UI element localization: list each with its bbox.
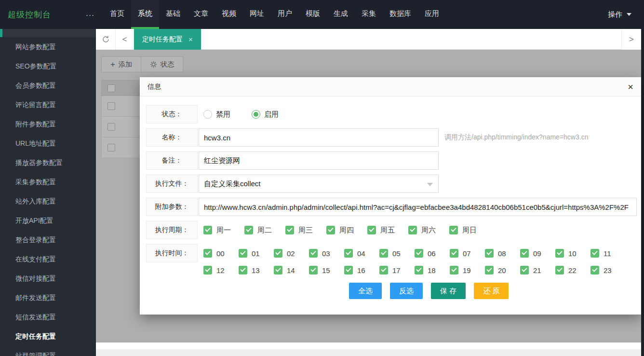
hour-checkbox[interactable]: 21 [520,266,555,274]
sidebar-item[interactable]: 网站参数配置 [0,37,96,56]
field-label-name: 名称： [146,128,198,147]
sidebar-item[interactable]: 短信发送配置 [0,307,96,327]
checkbox-checked-icon [485,249,494,258]
tab-label: 定时任务配置 [142,35,183,44]
hour-checkbox[interactable]: 13 [239,266,274,274]
hour-checkbox[interactable]: 18 [415,266,450,274]
hour-checkbox[interactable]: 00 [203,249,239,258]
hour-checkbox[interactable]: 14 [274,266,309,274]
sidebar-item[interactable]: SEO参数配置 [0,56,96,76]
radio-option[interactable]: 禁用 [203,110,230,119]
nav-more-dots-icon[interactable]: ··· [86,11,94,19]
top-nav-item[interactable]: 用户 [271,0,299,29]
hour-checkbox[interactable]: 20 [485,266,520,274]
weekday-checkbox[interactable]: 周六 [408,226,449,235]
sidebar-item[interactable]: 采集参数配置 [0,172,96,192]
sidebar-item[interactable]: 评论留言配置 [0,95,96,114]
hour-checkbox[interactable]: 08 [485,249,520,258]
exec-file-row: 执行文件： 自定义采集collect [146,175,641,193]
hour-checkbox[interactable]: 01 [239,249,274,258]
tab-scroll-left-button[interactable]: < [116,29,134,50]
top-nav-item[interactable]: 数据库 [383,0,418,29]
checkbox-checked-icon [408,226,417,234]
refresh-button[interactable] [96,29,116,50]
close-icon[interactable]: × [628,82,633,92]
sidebar-item[interactable]: 邮件发送配置 [0,288,96,307]
top-nav-item[interactable]: 生成 [327,0,355,29]
top-nav-item[interactable]: 网址 [243,0,271,29]
top-nav-item[interactable]: 首页 [103,0,131,29]
top-nav-item[interactable]: 模版 [299,0,327,29]
note-input[interactable] [199,151,439,170]
weekday-label: 周一 [216,226,231,235]
checkbox-checked-icon [450,249,458,258]
weekday-checkbox[interactable]: 周日 [449,226,490,235]
weekday-checkbox[interactable]: 周五 [367,226,408,235]
hour-label: 19 [463,266,471,274]
hour-checkbox[interactable]: 07 [450,249,485,258]
invert-selection-button[interactable]: 反选 [390,283,423,299]
sidebar-item[interactable]: 微信对接配置 [0,269,96,288]
weekday-checkbox[interactable]: 周一 [203,226,244,235]
hour-label: 21 [533,266,541,274]
weekday-checkbox[interactable]: 周四 [326,226,367,235]
hour-checkbox[interactable]: 19 [450,266,485,274]
hour-checkbox[interactable]: 04 [344,249,379,258]
hour-checkbox[interactable]: 12 [203,266,239,274]
hour-label: 18 [428,266,436,274]
hour-checkbox[interactable]: 17 [379,266,415,274]
sidebar-item[interactable]: 整合登录配置 [0,230,96,249]
sidebar-item[interactable]: 附件参数配置 [0,114,96,134]
sidebar-item[interactable]: 会员参数配置 [0,76,96,95]
sidebar-item[interactable]: 开放API配置 [0,211,96,230]
name-input[interactable] [199,128,439,147]
checkbox-checked-icon [344,249,353,258]
restore-button[interactable]: 还 原 [474,283,509,299]
sidebar-item-label: 会员参数配置 [15,82,56,89]
tab-active[interactable]: 定时任务配置 × [134,29,201,50]
weekday-checkbox[interactable]: 周二 [244,226,285,235]
hour-checkbox[interactable]: 05 [379,249,415,258]
action-menu[interactable]: 操作 [608,10,644,19]
save-button[interactable]: 保 存 [431,283,466,299]
hour-checkbox[interactable]: 09 [520,249,555,258]
hour-checkbox[interactable]: 11 [590,249,626,258]
weekday-checkbox[interactable]: 周三 [285,226,326,235]
sidebar-item[interactable]: 站外入库配置 [0,192,96,211]
hour-checkbox[interactable]: 03 [309,249,344,258]
tab-scroll-right-button[interactable]: > [621,29,641,50]
sidebar-item[interactable]: 播放器参数配置 [0,153,96,172]
footer [96,342,641,349]
exec-file-select[interactable]: 自定义采集collect [199,175,439,193]
hour-checkbox[interactable]: 23 [590,266,626,274]
sidebar-item[interactable]: 站群管理配置 [0,346,96,356]
sidebar-item[interactable]: 定时任务配置 [0,327,96,346]
top-nav-item[interactable]: 系统 [131,0,159,29]
radio-option-label: 禁用 [216,110,230,119]
top-nav-item[interactable]: 采集 [355,0,383,29]
top-nav-item[interactable]: 应用 [418,0,446,29]
hour-checkbox[interactable]: 06 [415,249,450,258]
sidebar-item[interactable]: URL地址配置 [0,134,96,153]
hour-checkbox[interactable]: 10 [555,249,590,258]
sidebar-item-label: 开放API配置 [15,217,54,224]
hour-checkbox[interactable]: 22 [555,266,590,274]
select-all-button[interactable]: 全选 [349,283,382,299]
status-radio-group: 禁用 启用 [199,105,279,123]
extra-params-input[interactable] [199,198,637,216]
sidebar-item-label: 网站参数配置 [15,43,56,51]
radio-option-label: 启用 [264,110,279,119]
hour-checkbox[interactable]: 15 [309,266,344,274]
hour-checkbox[interactable]: 02 [274,249,309,258]
hour-checkbox[interactable]: 16 [344,266,379,274]
tab-close-icon[interactable]: × [188,35,193,43]
top-nav-item[interactable]: 视频 [215,0,243,29]
checkbox-checked-icon [450,266,458,274]
checkbox-checked-icon [590,266,599,274]
top-nav-item-label: 首页 [110,9,124,18]
top-nav-item[interactable]: 文章 [187,0,215,29]
top-nav-item[interactable]: 基础 [159,0,187,29]
top-nav-item-label: 应用 [425,9,439,18]
sidebar-item[interactable]: 在线支付配置 [0,249,96,269]
radio-option[interactable]: 启用 [252,110,279,119]
